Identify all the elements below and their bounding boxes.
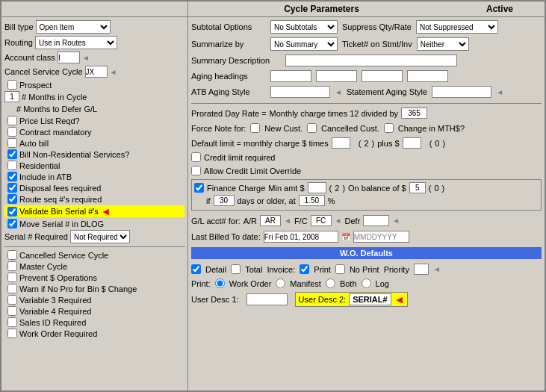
days-older-label: days or older, at (238, 196, 296, 205)
validate-bin-checkbox[interactable] (7, 207, 17, 217)
prevent-ops-label: Prevent $ Operations (19, 273, 97, 282)
both-radio-label: Both (340, 279, 357, 288)
plus-label: plus $ (377, 139, 399, 148)
defr-label: Defr (345, 217, 361, 225)
stmt-aging-input[interactable] (432, 86, 491, 98)
route-seq-checkbox[interactable] (7, 194, 17, 204)
default-limit-value: 2 (364, 139, 368, 148)
auto-bill-label: Auto bill (19, 139, 49, 148)
defr-input[interactable] (363, 215, 389, 226)
include-atb-label: Include in ATB (19, 172, 72, 181)
auto-bill-checkbox[interactable] (7, 138, 17, 148)
move-serial-checkbox[interactable] (7, 219, 17, 228)
if-value-input[interactable] (214, 195, 235, 206)
on-balance-input[interactable] (409, 182, 426, 193)
manifest-radio[interactable] (276, 279, 285, 288)
prospect-label: Prospect (19, 81, 52, 90)
log-radio-label: Log (376, 279, 389, 288)
work-order-checkbox[interactable] (7, 329, 17, 338)
credit-limit-checkbox[interactable] (191, 152, 201, 162)
no-print-label: No Print (350, 265, 379, 274)
cancelled-service-checkbox[interactable] (7, 250, 17, 260)
force-note-label: Force Note for: (191, 124, 246, 133)
account-class-label: Account class (4, 53, 55, 62)
log-radio[interactable] (362, 279, 371, 288)
include-atb-checkbox[interactable] (7, 172, 17, 181)
finance-charge-label: Finance Charge (207, 184, 265, 193)
work-order-radio[interactable] (215, 279, 225, 288)
prorated-value-input[interactable] (401, 108, 427, 119)
allow-credit-checkbox[interactable] (191, 166, 201, 175)
subtotal-select[interactable]: No Subtotals (270, 20, 338, 34)
aging-headings-label: Aging headings (191, 72, 266, 81)
summary-desc-input[interactable] (285, 55, 457, 66)
cancelled-cust-checkbox[interactable] (307, 123, 317, 133)
months-cycle-label: # Months in Cycle (22, 93, 87, 102)
no-print-checkbox[interactable] (335, 264, 345, 274)
plus-input[interactable] (403, 137, 421, 149)
disposal-fees-checkbox[interactable] (7, 183, 17, 193)
detail-checkbox[interactable] (191, 264, 201, 274)
rate-pct: % (328, 196, 335, 205)
both-radio[interactable] (326, 279, 335, 288)
credit-limit-label: Credit limit required (204, 153, 275, 162)
price-list-checkbox[interactable] (7, 116, 17, 125)
residential-checkbox[interactable] (7, 161, 17, 170)
fc-input[interactable] (311, 215, 332, 226)
cancel-service-label: Cancel Service Cycle (4, 67, 83, 76)
on-balance-label: On balance of $ (348, 184, 406, 193)
default-limit-label: Default limit = monthly charge $ times (191, 139, 329, 148)
cancel-service-input[interactable] (85, 66, 108, 78)
bill-nonres-checkbox[interactable] (7, 149, 17, 159)
default-limit-input[interactable] (332, 137, 350, 149)
ar-input[interactable] (260, 215, 281, 226)
months-defer-label: # Months to Defer G/L (16, 105, 97, 113)
sales-id-label: Sales ID Required (19, 318, 86, 327)
finance-charge-checkbox[interactable] (194, 183, 204, 193)
subtotal-options-label: Subtotal Options (191, 22, 266, 31)
min-amt-input[interactable] (308, 182, 326, 193)
prevent-ops-checkbox[interactable] (7, 273, 17, 282)
red-arrow-icon: ◄ (101, 205, 111, 217)
user-desc2-container: User Desc 2: SERIAL# ◄ (295, 292, 409, 307)
total-checkbox[interactable] (231, 264, 241, 274)
suppress-qty-label: Suppress Qty/Rate (342, 22, 412, 31)
months-cycle-num[interactable] (4, 91, 19, 102)
date-format-input[interactable] (353, 231, 409, 243)
rate-input[interactable] (299, 195, 325, 206)
suppress-select[interactable]: Not Suppressed (416, 20, 498, 34)
last-billed-label: Last Billed To date: (191, 232, 261, 241)
no-pro-bin-checkbox[interactable] (7, 284, 17, 293)
variable4-checkbox[interactable] (7, 306, 17, 316)
fc-label: F/C (294, 217, 308, 225)
prospect-checkbox[interactable] (7, 80, 17, 90)
change-mth-checkbox[interactable] (384, 123, 394, 133)
atb-aging-label: ATB Aging Style (191, 87, 266, 96)
contract-mandatory-checkbox[interactable] (7, 127, 17, 137)
bill-type-select[interactable]: Open Item (36, 20, 111, 34)
summarize-select[interactable]: No Summary (270, 37, 338, 51)
ar-label: A/R (243, 217, 257, 225)
stmt-aging-label: Statement Aging Style (347, 87, 427, 96)
variable4-label: Variable 4 Required (19, 307, 91, 316)
aging-heading-1[interactable] (270, 70, 311, 82)
new-cust-checkbox[interactable] (250, 123, 260, 133)
bill-type-label: Bill type (4, 22, 34, 31)
atb-aging-input[interactable] (270, 86, 330, 98)
ticket-select[interactable]: Neither (417, 37, 469, 51)
routing-select[interactable]: Use in Routes (35, 36, 117, 49)
sales-id-checkbox[interactable] (7, 317, 17, 327)
variable3-checkbox[interactable] (7, 295, 17, 305)
user-desc1-input[interactable] (246, 293, 288, 305)
aging-heading-3[interactable] (362, 70, 403, 82)
if-label: if (194, 196, 211, 205)
priority-label: Priority (384, 265, 409, 274)
priority-input[interactable] (414, 264, 429, 275)
aging-heading-2[interactable] (316, 70, 357, 82)
serial-required-select[interactable]: Not Required (70, 230, 130, 243)
print-checkbox[interactable] (300, 264, 309, 274)
master-cycle-checkbox[interactable] (7, 261, 17, 271)
account-class-input[interactable] (58, 52, 80, 63)
last-billed-input[interactable] (264, 231, 338, 243)
aging-heading-4[interactable] (407, 70, 448, 82)
